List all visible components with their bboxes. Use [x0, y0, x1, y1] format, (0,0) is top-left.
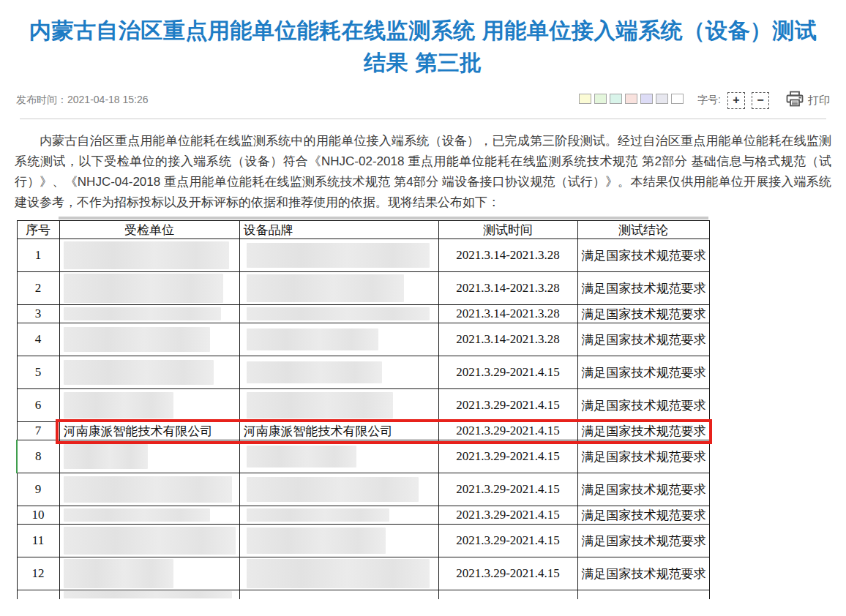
- period-cell: 2021.3.29-2021.4.15: [438, 356, 577, 389]
- unit-cell: [59, 323, 239, 356]
- meta-bar: 发布时间：2021-04-18 15:26 字号: + − 打印: [0, 91, 846, 110]
- row-number: 3: [17, 305, 59, 323]
- brand-cell: [239, 272, 438, 305]
- brand-cell: [239, 473, 438, 506]
- bg-color-swatch[interactable]: [640, 94, 653, 104]
- bg-color-swatch[interactable]: [579, 94, 591, 104]
- conclusion-cell: 满足国家技术规范要求: [577, 305, 709, 323]
- header-divider: [20, 119, 826, 119]
- font-decrease-button[interactable]: −: [752, 92, 769, 109]
- row-number: 6: [17, 389, 59, 422]
- row-number: 8: [17, 440, 59, 473]
- unit-cell: [59, 506, 239, 525]
- redacted-brand-block: [247, 361, 382, 383]
- redacted-brand-block: [247, 274, 404, 302]
- unit-cell: [59, 272, 239, 305]
- unit-cell: [59, 239, 239, 272]
- conclusion-cell: 满足国家技术规范要求: [577, 557, 709, 590]
- table-header-row: 序号 受检单位 设备品牌 测试时间 测试结论: [17, 221, 709, 239]
- row-number: 11: [17, 525, 59, 557]
- conclusion-cell: 满足国家技术规范要求: [577, 389, 709, 422]
- font-size-label: 字号:: [697, 94, 721, 107]
- redacted-brand-block: [247, 559, 430, 588]
- background-color-swatches: [579, 94, 686, 107]
- font-increase-button[interactable]: +: [727, 92, 745, 109]
- results-table: 序号 受检单位 设备品牌 测试时间 测试结论 1 2021.3.14-2021.…: [16, 220, 710, 599]
- table-top-strip: [59, 217, 708, 219]
- period-cell: 2021.3.29-2021.4.15: [438, 389, 577, 422]
- redacted-brand-block: [247, 307, 430, 320]
- unit-cell: [59, 473, 239, 506]
- table-row: 7 河南康派智能技术有限公司 河南康派智能技术有限公司 2021.3.29-20…: [17, 422, 709, 440]
- redacted-brand-block: [247, 527, 386, 554]
- bg-color-swatch[interactable]: [656, 94, 668, 104]
- header-test-time: 测试时间: [438, 221, 577, 239]
- period-cell: 2021.3.29-2021.4.15: [438, 473, 577, 506]
- row-number: [17, 590, 59, 599]
- publish-time: 发布时间：2021-04-18 15:26: [16, 94, 149, 107]
- redacted-unit-block: [64, 591, 232, 598]
- period-cell: 2021.3.29-2021.4.15: [438, 525, 577, 557]
- redacted-brand-block: [247, 477, 419, 502]
- redacted-unit-block: [64, 444, 148, 469]
- printer-icon: [786, 91, 804, 110]
- brand-cell: 河南康派智能技术有限公司: [239, 422, 438, 440]
- bg-color-swatch[interactable]: [625, 94, 637, 104]
- conclusion-cell: 满足国家技术规范要求: [577, 272, 709, 305]
- unit-cell: 河南康派智能技术有限公司: [59, 422, 239, 440]
- row-number: 2: [17, 272, 59, 305]
- table-row: 10 2021.3.29-2021.4.15 满足国家技术规范要求: [17, 506, 709, 525]
- bg-color-swatch[interactable]: [671, 94, 684, 104]
- period-cell: 2021.3.29-2021.4.15: [438, 422, 577, 440]
- brand-cell: [239, 356, 438, 389]
- conclusion-cell: 满足国家技术规范要求: [577, 473, 709, 506]
- bg-color-swatch[interactable]: [594, 94, 607, 104]
- unit-cell: [59, 356, 239, 389]
- print-button-label: 打印: [808, 94, 830, 108]
- table-row: 12 2021.3.29-2021.4.15 满足国家技术规范要求: [17, 557, 709, 590]
- body-paragraph: 内蒙古自治区重点用能单位能耗在线监测系统中的用能单位接入端系统（设备），已完成第…: [15, 131, 831, 213]
- table-row: 9 2021.3.29-2021.4.15 满足国家技术规范要求: [17, 473, 709, 506]
- row-number: 1: [17, 239, 59, 272]
- row-number: 12: [17, 557, 59, 590]
- redacted-unit-block: [64, 392, 173, 418]
- conclusion-cell: 满足国家技术规范要求: [577, 239, 709, 272]
- period-cell: [438, 590, 577, 599]
- row-number: 4: [17, 323, 59, 356]
- bg-color-swatch[interactable]: [610, 94, 622, 104]
- redacted-brand-block: [247, 392, 393, 418]
- unit-cell: [59, 440, 239, 473]
- brand-cell: [239, 239, 438, 272]
- header-test-conclusion: 测试结论: [577, 221, 709, 239]
- redacted-unit-block: [64, 360, 214, 385]
- period-cell: 2021.3.14-2021.3.28: [438, 239, 577, 272]
- article-page: 内蒙古自治区重点用能单位能耗在线监测系统 用能单位接入端系统（设备）测试结果 第…: [0, 0, 846, 616]
- conclusion-cell: 满足国家技术规范要求: [577, 506, 709, 525]
- unit-cell: [59, 525, 239, 557]
- redacted-brand-block: [247, 243, 430, 268]
- row-number: 7: [17, 422, 59, 440]
- conclusion-cell: 满足国家技术规范要求: [577, 323, 709, 356]
- publish-time-label: 发布时间：: [16, 94, 67, 105]
- header-serial-number: 序号: [17, 221, 59, 239]
- period-cell: 2021.3.14-2021.3.28: [438, 305, 577, 323]
- table-row: 1 2021.3.14-2021.3.28 满足国家技术规范要求: [17, 239, 709, 272]
- unit-cell: [59, 590, 239, 599]
- redacted-unit-block: [64, 307, 221, 320]
- brand-cell: [239, 506, 438, 525]
- print-button[interactable]: 打印: [786, 91, 830, 110]
- period-cell: 2021.3.14-2021.3.28: [438, 323, 577, 356]
- redacted-brand-block: [247, 446, 356, 467]
- conclusion-cell: 满足国家技术规范要求: [577, 525, 709, 557]
- page-title: 内蒙古自治区重点用能单位能耗在线监测系统 用能单位接入端系统（设备）测试结果 第…: [0, 0, 846, 79]
- table-row: 5 2021.3.29-2021.4.15 满足国家技术规范要求: [17, 356, 709, 389]
- table-row: 8 2021.3.29-2021.4.15 满足国家技术规范要求: [17, 440, 709, 473]
- header-inspected-unit: 受检单位: [59, 221, 239, 239]
- row-number: 10: [17, 506, 59, 525]
- redacted-brand-block: [247, 508, 389, 522]
- brand-cell: [239, 305, 438, 323]
- brand-cell: [239, 440, 438, 473]
- header-device-brand: 设备品牌: [239, 221, 438, 239]
- conclusion-cell: 满足国家技术规范要求: [577, 440, 709, 473]
- brand-cell: [239, 525, 438, 557]
